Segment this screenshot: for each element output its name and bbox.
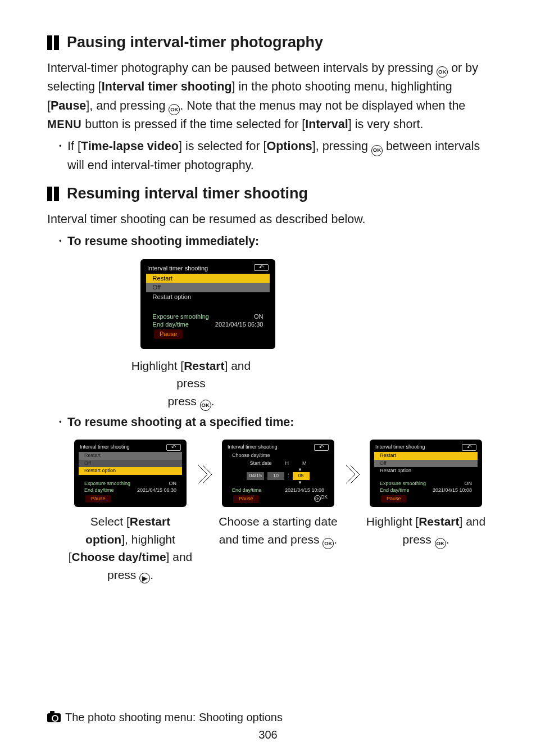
ok-icon: OK — [437, 66, 448, 78]
lcd-pause-pill: Pause — [154, 329, 183, 338]
para-resuming-intro: Interval timer shooting can be resumed a… — [47, 210, 489, 229]
ok-icon: OK — [371, 145, 383, 156]
bullet-resume-immediate: To resume shooting immediately: Interval… — [60, 232, 489, 410]
heading-bars-icon — [47, 187, 59, 201]
triangle-down-icon: ▼ — [298, 481, 302, 485]
ok-confirm: OKOK — [314, 494, 328, 502]
caption-col3: Highlight [Restart] and press OK. — [363, 513, 489, 549]
lcd-row-restart: Restart — [146, 274, 270, 283]
lcd-end-value: 2021/04/15 06:30 — [215, 320, 264, 328]
lcd-title: Interval timer shooting — [147, 264, 208, 272]
ok-icon: OK — [200, 400, 211, 411]
caption-col1: Select [Restart option], highlight [Choo… — [67, 513, 193, 583]
ok-icon: OK — [435, 538, 446, 549]
lcd-minute-value: 05 — [293, 472, 310, 480]
back-icon: ↶ — [462, 444, 476, 451]
heading-resuming-text: Resuming interval timer shooting — [67, 185, 308, 202]
back-icon: ↶ — [314, 444, 329, 451]
lcd-on-value: ON — [254, 313, 264, 320]
heading-pausing-text: Pausing interval-timer photography — [67, 34, 323, 51]
heading-bars-icon — [47, 35, 59, 50]
lcd-choose-daytime: Choose day/time — [226, 452, 330, 460]
section-heading-pausing: Pausing interval-timer photography — [47, 34, 489, 51]
lcd-screen-restart-final: Interval timer shooting ↶ Restart Off Re… — [370, 440, 482, 507]
lcd-row-off: Off — [79, 460, 182, 468]
camera-icon — [47, 713, 61, 722]
back-icon: ↶ — [166, 444, 181, 451]
lcd-exposure-smoothing: Exposure smoothing — [153, 313, 209, 320]
footer-text: The photo shooting menu: Shooting option… — [65, 711, 283, 724]
lcd-row-restart-option: Restart option — [374, 467, 478, 475]
caption-col2: Choose a starting date and time and pres… — [215, 513, 341, 549]
page-number: 306 — [47, 728, 489, 741]
flow-arrow-icon — [196, 440, 213, 486]
caption-restart-large: Highlight [Restart] and press press OK. — [124, 357, 258, 411]
chevron-right-icon: ▶ — [172, 468, 176, 474]
lcd-row-restart-option: Restart option ▶ — [79, 467, 182, 475]
lcd-screen-restart-large: Interval timer shooting ↶ Restart Off Re… — [140, 259, 275, 349]
lcd-row-restart: Restart — [374, 452, 478, 460]
lcd-row-off: Off — [146, 283, 270, 292]
triangle-up-icon: ▲ — [298, 467, 302, 472]
ok-icon: OK — [169, 104, 180, 115]
lcd-date-value: 04/15 — [247, 472, 264, 480]
bullet-time-lapse: If [Time-lapse video] is selected for [O… — [60, 137, 489, 175]
flow-arrow-icon — [344, 440, 361, 486]
back-icon: ↶ — [254, 264, 269, 271]
ok-icon: OK — [322, 538, 334, 549]
lcd-hour-value: 10 — [267, 472, 284, 480]
lcd-row-off: Off — [374, 460, 478, 468]
lcd-screen-choose-daytime: Interval timer shooting ↶ Choose day/tim… — [222, 440, 334, 507]
lcd-screen-restart-option: Interval timer shooting ↶ Restart Off Re… — [74, 440, 187, 507]
right-arrow-icon: ▶ — [139, 573, 150, 583]
section-heading-resuming: Resuming interval timer shooting — [47, 185, 489, 202]
lcd-row-restart: Restart — [79, 452, 182, 460]
lcd-row-restart-option: Restart option — [146, 292, 270, 301]
para-pausing: Interval-timer photography can be paused… — [47, 59, 489, 134]
bullet-resume-specified: To resume shooting at a specified time: … — [60, 413, 489, 583]
lcd-end-day-time: End day/time — [153, 320, 189, 328]
page-footer: The photo shooting menu: Shooting option… — [47, 711, 489, 741]
